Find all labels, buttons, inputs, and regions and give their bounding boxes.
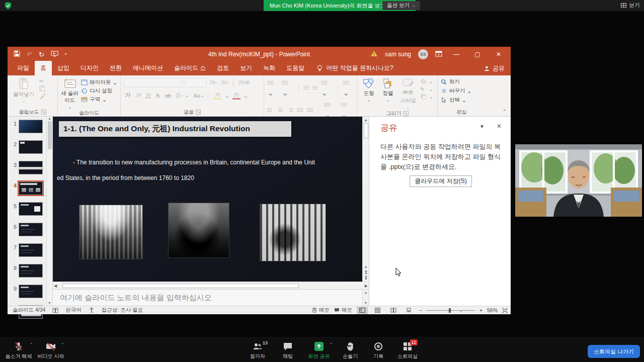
ribbon-display-options-icon[interactable] [435, 51, 442, 58]
slide-image-industrial-machinery[interactable] [260, 204, 326, 261]
paste-button[interactable]: 붙여넣기 ⌄ [11, 78, 37, 104]
participant-video-tile[interactable] [514, 143, 643, 218]
distribute-icon[interactable] [307, 108, 313, 113]
replace-button[interactable]: 바꾸기⌄ [441, 87, 471, 95]
account-name[interactable]: sam sung [385, 51, 411, 58]
line-spacing-button[interactable]: ⌄ [321, 79, 332, 98]
comments-toggle[interactable]: 메모 [334, 307, 352, 314]
warning-icon[interactable] [370, 50, 378, 58]
zoom-out-button[interactable]: − [419, 307, 422, 313]
accessibility-status[interactable]: 접근성: 조사 필요 [102, 307, 143, 314]
scrollbar-thumb[interactable] [48, 121, 52, 149]
copy-button[interactable] [39, 85, 46, 92]
participants-button[interactable]: 13 참가자 [243, 341, 273, 360]
redo-icon[interactable]: ↻ [39, 51, 44, 58]
save-to-cloud-button[interactable]: 클라우드에 저장(S) [410, 175, 472, 187]
select-button[interactable]: 선택⌄ [441, 97, 466, 104]
start-video-button[interactable]: ⌃ 비디오 시작 [35, 341, 66, 360]
reading-view-button[interactable] [388, 307, 399, 314]
tab-record[interactable]: 녹화 [258, 61, 281, 75]
customize-qat-icon[interactable]: ▾ [65, 52, 67, 56]
notes-placeholder[interactable]: 여기에 슬라이드 노트의 내용을 입력하십시오 [53, 293, 212, 303]
chevron-up-icon[interactable]: ⌃ [329, 342, 333, 347]
slide-thumbnail-7[interactable]: 7 [11, 243, 46, 257]
reset-button[interactable]: 다시 설정 [81, 87, 117, 95]
slide-title[interactable]: 1-1. (The One and Only, 元祖) Industrial R… [59, 121, 291, 137]
view-options-button[interactable]: 옵션 보기 ⌄ [382, 1, 420, 10]
scroll-up-icon[interactable]: ▲ [48, 117, 51, 120]
slide-thumbnail-4-selected[interactable]: 4 [11, 182, 46, 195]
previous-slide-icon[interactable]: ▲▲ [364, 270, 367, 274]
slide-sorter-view-button[interactable] [372, 307, 383, 314]
slide-thumbnail-1[interactable]: 1 [11, 120, 46, 133]
increase-font-icon[interactable]: 가˄ [208, 78, 218, 87]
decrease-indent-icon[interactable] [303, 85, 309, 91]
chevron-up-icon[interactable]: ⌃ [60, 342, 64, 347]
chevron-down-icon[interactable]: ▼ [479, 124, 485, 129]
scroll-up-icon[interactable]: ▲ [364, 118, 368, 122]
tab-slideshow[interactable]: 슬라이드 쇼 [169, 61, 211, 75]
shape-effects-button[interactable]: ⌄ [420, 94, 433, 100]
tab-animations[interactable]: 애니메이션 [127, 61, 169, 75]
minimize-button[interactable]: — [449, 51, 463, 58]
dialog-launcher-icon[interactable]: ↘ [404, 111, 409, 116]
zoom-slider-thumb[interactable] [449, 308, 451, 313]
spellcheck-book-icon[interactable] [52, 308, 58, 313]
slide-image-factory-workers[interactable] [79, 205, 142, 259]
justify-icon[interactable] [297, 108, 303, 113]
breakout-rooms-button[interactable]: 12 소회의실 [393, 341, 422, 360]
maximize-button[interactable]: ▢ [470, 51, 485, 58]
strikethrough-button[interactable]: S [154, 91, 162, 100]
tab-insert[interactable]: 삽입 [52, 61, 75, 75]
zoom-slider[interactable]: + [427, 310, 475, 311]
slide-canvas[interactable]: 1-1. (The One and Only, 元祖) Industrial R… [53, 117, 362, 282]
slide-thumbnail-5[interactable]: 5 [11, 202, 46, 216]
font-name-combobox[interactable] [124, 78, 183, 87]
tab-view[interactable]: 보기 [234, 61, 258, 75]
bold-button[interactable]: 가 [124, 91, 132, 100]
raise-hand-button[interactable]: 손들기 [337, 341, 363, 360]
slide-thumbnail-6[interactable]: 6 [11, 223, 46, 236]
zoom-in-button[interactable]: + [479, 307, 482, 313]
increase-indent-icon[interactable] [312, 85, 318, 91]
scroll-left-icon[interactable]: ◀ [54, 284, 57, 288]
fit-to-window-icon[interactable] [502, 308, 508, 313]
slide-body-text[interactable]: - The transition to new manufacturing pr… [57, 155, 354, 186]
account-avatar[interactable]: SS [418, 49, 428, 59]
close-button[interactable]: ✕ [492, 51, 506, 58]
save-icon[interactable] [14, 50, 20, 58]
unmute-button[interactable]: ⌃ 음소거 해제 [2, 341, 35, 360]
dialog-launcher-icon[interactable]: ↘ [41, 110, 46, 115]
shape-fill-button[interactable]: ⌄ [420, 78, 433, 84]
highlight-color-button[interactable]: 가 [213, 91, 221, 100]
slide-thumbnail-2[interactable]: 2 [11, 140, 46, 154]
underline-button[interactable]: 가 [144, 91, 152, 100]
close-icon[interactable]: ✕ [497, 123, 502, 130]
thumbnail-scrollbar[interactable]: ▲ ▼ [46, 117, 52, 306]
slide-thumbnail-9[interactable]: 9 [11, 285, 46, 298]
record-button[interactable]: 기록 [365, 341, 391, 360]
tell-me-search[interactable]: 어떤 작업을 원하시나요? [317, 64, 393, 75]
tab-transitions[interactable]: 전환 [104, 61, 127, 75]
slideshow-view-button[interactable] [404, 307, 415, 314]
share-screen-button[interactable]: ⌃ 화면 공유 [303, 341, 335, 360]
view-button[interactable]: 보기 [621, 2, 640, 9]
language-indicator[interactable]: 한국어 [65, 307, 82, 314]
notes-scrollbar[interactable]: ▲▼ [362, 290, 369, 306]
new-slide-button[interactable]: 새 슬라이드 ⌄ [61, 78, 78, 110]
share-button[interactable]: 공유 [484, 64, 505, 73]
slide-image-steam-locomotive[interactable] [169, 203, 229, 257]
text-direction-button[interactable]: ⌄ [343, 79, 354, 98]
bullets-button[interactable]: ⌄ [267, 79, 278, 98]
slide-thumbnail-8[interactable]: 8 [11, 264, 46, 278]
tab-file[interactable]: 파일 [12, 61, 35, 75]
undo-icon[interactable]: ↶ [27, 51, 32, 58]
section-button[interactable]: 구역⌄ [81, 96, 117, 103]
format-painter-button[interactable] [39, 93, 46, 99]
numbering-button[interactable]: ⌄ [282, 79, 293, 98]
font-size-combobox[interactable] [185, 78, 206, 87]
chevron-up-icon[interactable]: ⌃ [29, 342, 33, 347]
collapse-ribbon-icon[interactable]: ⌃ [503, 109, 507, 114]
tab-help[interactable]: 도움말 [281, 61, 310, 75]
scroll-right-icon[interactable]: ▶ [365, 284, 368, 288]
